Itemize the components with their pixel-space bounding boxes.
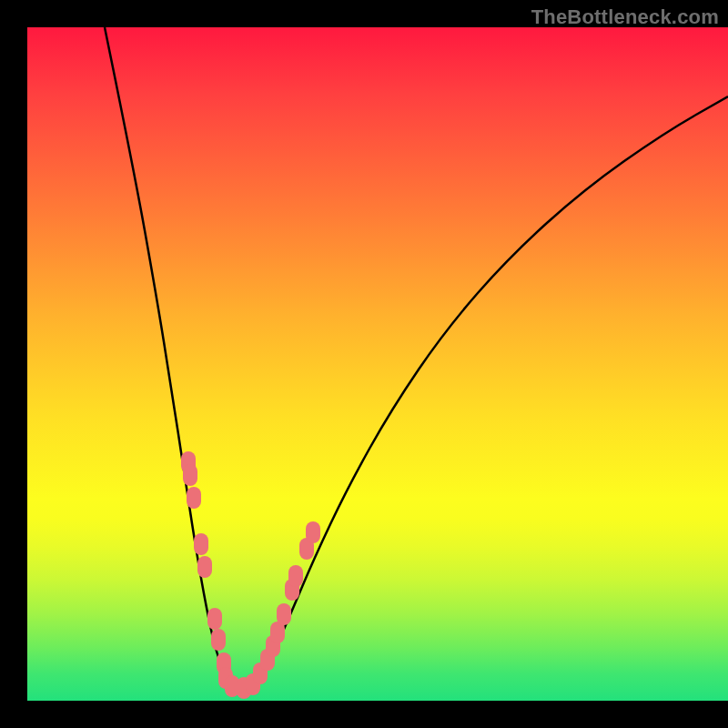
plot-bottom-edge [27, 701, 728, 728]
data-point [306, 521, 320, 543]
data-point [288, 565, 303, 587]
watermark-text: TheBottleneck.com [531, 5, 719, 29]
curve-svg [27, 27, 728, 701]
bottleneck-curve [105, 27, 728, 690]
plot-area [27, 27, 728, 701]
data-point [207, 608, 222, 630]
chart-frame: TheBottleneck.com [0, 0, 728, 728]
data-point [187, 487, 201, 509]
data-point [211, 629, 226, 651]
data-points-group [181, 451, 320, 699]
data-point [194, 533, 208, 555]
data-point [197, 556, 212, 578]
data-point [277, 603, 291, 625]
data-point [183, 464, 197, 486]
